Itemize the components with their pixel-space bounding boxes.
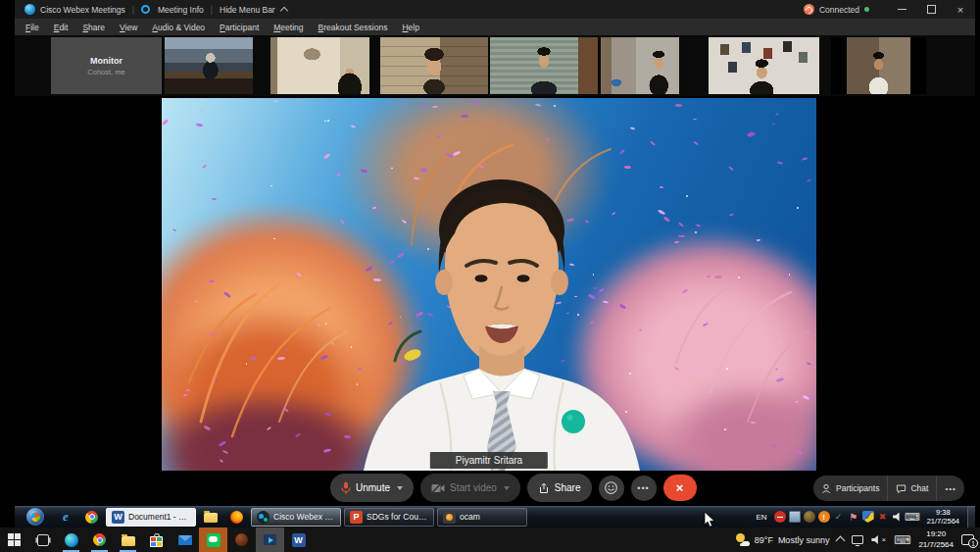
line-taskbar-button[interactable] — [199, 527, 227, 552]
chat-button[interactable]: Chat — [887, 476, 936, 501]
store-icon — [150, 536, 163, 547]
self-monitor-tile[interactable]: MonitorCohost, me — [51, 37, 162, 94]
more-panels-button[interactable]: ••• — [936, 476, 963, 501]
volume-icon[interactable] — [892, 511, 904, 523]
reactions-button[interactable] — [599, 476, 624, 501]
connected-status-dot — [864, 7, 869, 12]
menu-participant[interactable]: Participant — [220, 23, 259, 32]
explorer-taskbar-button[interactable] — [114, 527, 142, 552]
participant-thumbnail-man-in-office-with-artwork[interactable] — [270, 37, 369, 94]
taskbar-icon-chrome[interactable] — [80, 508, 103, 527]
action-center-icon[interactable]: 1 — [961, 534, 974, 545]
inner-clock[interactable]: 9:38 21/7/2564 — [927, 508, 959, 527]
menu-meeting[interactable]: Meeting — [273, 23, 303, 32]
meeting-info-link[interactable]: Meeting Info — [158, 5, 204, 15]
touch-keyboard-icon[interactable]: ⌨ — [894, 534, 910, 546]
monitor-title: Monitor — [90, 56, 122, 66]
outer-tray: 89°F Mostly sunny × ⌨ 19:20 21/7/2564 1 — [736, 529, 980, 550]
monitor-subtitle: Cohost, me — [87, 68, 124, 76]
meeting-info-icon[interactable] — [141, 5, 150, 14]
microphone-muted-icon — [341, 481, 351, 495]
share-button[interactable]: Share — [527, 474, 592, 502]
participant-thumbnail-woman-with-glasses-in-office[interactable] — [601, 37, 679, 94]
start-orb-icon[interactable] — [26, 508, 44, 526]
blocked-icon[interactable] — [774, 511, 786, 523]
start-video-button[interactable]: Start video — [420, 474, 520, 502]
menu-breakout-sessions[interactable]: Breakout Sessions — [318, 23, 388, 32]
network-icon[interactable] — [852, 535, 863, 544]
task-view-button[interactable] — [28, 527, 57, 552]
app-title: Cisco Webex Meetings — [40, 5, 125, 15]
notification-badge: 1 — [968, 538, 978, 548]
restore-button[interactable] — [916, 0, 946, 19]
taskbar-button-label: Cisco Webex Mee... — [273, 512, 335, 522]
menu-share[interactable]: Share — [82, 23, 105, 32]
outer-clock[interactable]: 19:20 21/7/2564 — [918, 529, 954, 550]
weather-temp: 89°F — [755, 535, 773, 545]
minimize-button[interactable] — [887, 0, 916, 19]
video-stage: Piyamitr Sritara — [15, 96, 975, 505]
display-icon[interactable] — [789, 511, 801, 523]
tray-overflow-chevron-icon[interactable] — [836, 536, 846, 546]
chrome-taskbar-button[interactable] — [85, 527, 114, 552]
connected-label: Connected — [819, 5, 859, 15]
participant-thumbnail-person-with-picture-wall[interactable] — [709, 37, 819, 94]
show-desktop-button[interactable] — [967, 506, 975, 527]
hide-menu-bar-link[interactable]: Hide Menu Bar — [220, 5, 275, 15]
menu-audio-video[interactable]: Audio & Video — [152, 23, 205, 32]
windows-logo-icon — [8, 533, 22, 547]
titlebar-right: Connected × — [804, 0, 975, 19]
menu-file[interactable]: File — [25, 23, 39, 32]
participant-filmstrip: MonitorCohost, me — [15, 35, 975, 96]
bean-taskbar-button[interactable] — [227, 527, 256, 552]
edge-taskbar-button[interactable] — [57, 527, 85, 552]
taskbar-icon-firefox[interactable] — [225, 508, 248, 527]
titlebar-separator: | — [211, 5, 213, 15]
alert-icon[interactable]: ! — [818, 511, 830, 523]
antivirus-check-icon[interactable]: ✓ — [833, 511, 845, 523]
store-taskbar-button[interactable] — [142, 527, 171, 552]
participant-thumbnail-elderly-woman-participant[interactable] — [380, 37, 488, 94]
taskbar-icon-explorer[interactable] — [199, 508, 222, 527]
menu-help[interactable]: Help — [402, 23, 418, 32]
keyboard-icon[interactable]: ⌨ — [906, 511, 918, 523]
bean-icon[interactable] — [804, 511, 815, 523]
connected-icon — [804, 4, 814, 15]
explorer-icon — [122, 536, 135, 546]
leave-meeting-button[interactable]: × — [663, 475, 697, 501]
more-options-button[interactable]: ••• — [631, 476, 657, 501]
flag-icon[interactable]: ⚑ — [848, 511, 859, 523]
word-taskbar-button[interactable]: W — [284, 527, 313, 552]
webex-window: Cisco Webex Meetings | Meeting Info | Hi… — [15, 0, 975, 527]
taskbar-icon-ie[interactable]: e — [54, 508, 77, 527]
close-button[interactable]: × — [946, 0, 975, 19]
weather-desc: Mostly sunny — [778, 535, 830, 545]
participant-thumbnail-conference-room-participant[interactable] — [165, 37, 253, 94]
ie-icon: e — [59, 510, 73, 524]
unmute-button[interactable]: Unmute — [330, 474, 414, 502]
chevron-down-icon[interactable] — [504, 486, 510, 490]
mail-icon — [178, 535, 192, 545]
taskbar-button-word[interactable]: WDocument1 - Word — [106, 508, 196, 527]
participant-thumbnail-man-in-white-shirt[interactable] — [831, 37, 926, 94]
desktop: Cisco Webex Meetings | Meeting Info | Hi… — [0, 0, 980, 552]
weather-widget[interactable]: 89°F Mostly sunny — [736, 533, 830, 546]
chevron-up-icon — [279, 7, 287, 15]
chevron-down-icon[interactable] — [397, 486, 403, 490]
titlebar-separator: | — [132, 5, 134, 15]
participants-button[interactable]: Participants — [813, 476, 887, 501]
windows-start-button[interactable] — [0, 527, 28, 552]
menu-view[interactable]: View — [120, 23, 137, 32]
shield-check-icon[interactable]: ✓ — [862, 511, 874, 523]
taskbar-button-ocam[interactable]: ocam — [437, 508, 527, 527]
participant-thumbnail-man-in-suit-with-glasses[interactable] — [490, 37, 598, 94]
camera-off-icon — [431, 483, 445, 493]
volume-muted-icon[interactable]: × — [871, 535, 886, 544]
taskbar-button-webex[interactable]: Cisco Webex Mee... — [251, 508, 341, 527]
mail-taskbar-button[interactable] — [171, 527, 199, 552]
movies-taskbar-button[interactable] — [256, 527, 284, 552]
language-indicator[interactable]: EN — [757, 513, 767, 522]
taskbar-button-powerpoint[interactable]: PSDGs for Council ... — [344, 508, 434, 527]
error-icon[interactable]: ✖ — [877, 511, 889, 523]
menu-edit[interactable]: Edit — [54, 23, 69, 32]
